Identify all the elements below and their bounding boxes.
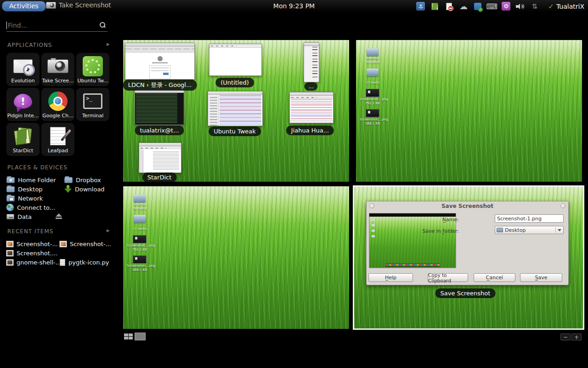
recent-item[interactable]: pygtk-icon.py [60, 258, 109, 267]
place-download[interactable]: Download [64, 184, 105, 194]
app-tile-evolution[interactable]: Evolution [6, 53, 40, 86]
camera-icon [47, 56, 68, 76]
window-title-pill: tualatrix@t... [135, 126, 184, 135]
image-file-icon [6, 250, 13, 256]
window-stardict[interactable] [139, 143, 181, 173]
place-label: Connect to... [17, 204, 55, 211]
activities-button[interactable]: Activities [2, 1, 46, 12]
workspace-add-button[interactable]: + [571, 334, 582, 340]
icon-meta: 588.1 KB [360, 122, 385, 126]
clock[interactable]: Mon 9:23 PM [273, 2, 315, 10]
desktop-icon-folder: android 18 items [127, 195, 153, 211]
eject-icon[interactable] [55, 213, 62, 219]
workspace-remove-button[interactable]: − [560, 334, 571, 340]
copy-to-clipboard-button[interactable]: Co̲py to Clipboard [428, 273, 468, 282]
recent-item[interactable]: gnome-shell-... [6, 258, 61, 267]
window-titlebar [208, 92, 262, 95]
icon-meta: 791.1 KB [360, 102, 385, 106]
search-input[interactable] [8, 22, 99, 29]
desktop-icon-folder: … 17 items [360, 69, 385, 85]
view-grid-button[interactable] [124, 334, 134, 340]
view-linear-button[interactable] [135, 333, 146, 340]
folder-dropdown[interactable]: Desktop [495, 226, 564, 234]
app-tile-pidgin[interactable]: ! Pidgin Inte... [6, 88, 40, 121]
app-tile-ubuntu-tweak[interactable]: Ubuntu Tw... [76, 53, 109, 86]
window-title-pill: LDCN › 登录 - Googl... [123, 80, 197, 91]
window-terminal[interactable] [135, 89, 184, 125]
recent-item[interactable]: Screenshot-... [6, 239, 58, 248]
globe-icon [6, 204, 14, 211]
name-input[interactable]: Screenshot-1.png [495, 214, 564, 223]
stardict-tray-icon[interactable] [430, 2, 439, 11]
window-ubuntu-tweak[interactable] [208, 91, 263, 126]
icon-meta: 17 items [360, 81, 385, 85]
name-label: N̲ame: [442, 217, 459, 223]
window-title-pill: Save Screenshot [435, 288, 496, 298]
ubuntu-tweak-gear-icon[interactable]: ⚙ [502, 2, 510, 11]
place-home-folder[interactable]: Home Folder [6, 175, 56, 184]
place-connect-to[interactable]: Connect to... [6, 203, 55, 212]
place-network[interactable]: Network [6, 194, 43, 203]
cancel-button[interactable]: C̲ancel [474, 273, 515, 282]
help-button[interactable]: H̲elp [368, 273, 413, 282]
keyboard-icon[interactable]: ⌨ [487, 2, 496, 11]
overview-sidebar: APPLICATIONS ▶ Evolution Take Scree... U… [0, 12, 119, 368]
app-tile-take-screenshot[interactable]: Take Scree... [41, 53, 74, 86]
folder-icon [134, 215, 146, 223]
recent-item[interactable]: Screenshot.... [6, 248, 57, 258]
window-untitled[interactable] [209, 44, 262, 76]
recent-item[interactable]: Screenshot-... [60, 239, 111, 248]
search-box[interactable] [6, 19, 107, 32]
network-updown-icon[interactable]: ⇅ [530, 2, 539, 11]
image-file-icon [6, 259, 13, 265]
desktop-icon-screenshot: Screenshot….png 588.1 KB [127, 255, 153, 272]
recent-label: Screenshot-... [70, 241, 111, 247]
window-panel[interactable] [304, 42, 319, 82]
stardict-content [153, 151, 179, 171]
window-title-pill: Ubuntu Tweak [209, 126, 261, 136]
app-tile-stardict[interactable]: StarDict [6, 123, 40, 156]
volume-icon[interactable] [516, 2, 525, 11]
app-tile-terminal[interactable]: >_ Terminal [76, 88, 109, 121]
save-in-folder-label: Save in f̲older: [423, 228, 459, 234]
workspace-thumbnail-3[interactable]: android 18 items … 17 items Screenshot….… [123, 186, 349, 329]
leafpad-icon [50, 126, 66, 146]
login-form [149, 65, 170, 79]
app-label: Ubuntu Tw... [77, 78, 108, 84]
window-browser[interactable] [125, 43, 195, 80]
save-screenshot-dialog[interactable]: Save Screenshot N̲ame: Screenshot-1.png … [366, 201, 569, 285]
blocked-document-icon[interactable] [445, 2, 453, 11]
app-tile-leafpad[interactable]: Leafpad [41, 123, 74, 156]
window-titlebar [290, 92, 333, 96]
anchor-icon[interactable]: ⚓ [416, 2, 425, 11]
recent-header[interactable]: RECENT ITEMS ▶ [7, 228, 110, 235]
cloud-icon[interactable]: ☁ [459, 2, 468, 11]
applications-header[interactable]: APPLICATIONS ▶ [7, 42, 110, 48]
workspace-thumbnail-4[interactable]: Save Screenshot N̲ame: Screenshot-1.png … [353, 185, 584, 330]
place-label: Data [17, 213, 32, 220]
place-desktop[interactable]: Desktop [6, 184, 43, 194]
network-folder-icon [6, 196, 15, 201]
place-data[interactable]: Data [6, 212, 32, 221]
app-tile-chrome[interactable]: Google Ch... [41, 88, 74, 121]
places-header-label: PLACES & DEVICES [7, 164, 68, 171]
preview-dock [385, 264, 440, 267]
wordpress-logo [158, 56, 163, 61]
user-menu[interactable]: ✓ TualatriX [548, 2, 584, 11]
home-folder-icon [6, 177, 15, 183]
place-dropbox[interactable]: Dropbox [64, 175, 101, 184]
evolution-icon [13, 56, 33, 76]
text-caret [6, 22, 7, 29]
app-menu[interactable]: Take Screenshot [46, 1, 111, 9]
desktop-icon-folder: android 18 items [360, 48, 385, 65]
window-titlebar [125, 43, 194, 46]
dropbox-tray-icon[interactable] [473, 2, 482, 11]
workspace-thumbnail-1[interactable]: LDCN › 登录 - Googl... (Untitled) ... tual… [123, 40, 349, 182]
save-button[interactable]: S̲ave [520, 273, 562, 282]
window-chat[interactable] [289, 92, 334, 123]
icon-meta: 588.1 KB [127, 268, 153, 272]
window-titlebar [139, 143, 181, 146]
folder-icon [367, 48, 379, 56]
preview-topbar [369, 213, 456, 217]
workspace-thumbnail-2[interactable]: android 18 items … 17 items Screenshot….… [356, 40, 582, 182]
